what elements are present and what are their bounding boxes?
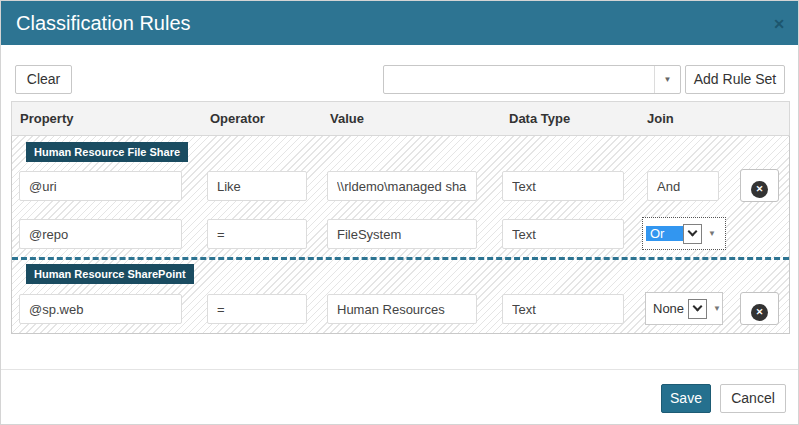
rule-set-separator [12, 257, 789, 260]
data-type-input[interactable] [502, 294, 624, 324]
rule-set-badge: Human Resource File Share [26, 142, 188, 162]
data-type-input[interactable] [502, 171, 624, 201]
column-header-property: Property [20, 102, 73, 135]
value-input[interactable] [327, 219, 477, 249]
ruleset-combobox[interactable]: ▼ [383, 65, 681, 94]
column-header-value: Value [330, 102, 364, 135]
operator-input[interactable] [207, 219, 307, 249]
clear-button[interactable]: Clear [15, 65, 72, 94]
table-header-row: Property Operator Value Data Type Join [11, 101, 790, 136]
select-chevron-icon [688, 227, 698, 237]
chevron-down-icon[interactable]: ▼ [713, 304, 721, 313]
delete-icon: ✕ [751, 304, 768, 321]
rules-table: Property Operator Value Data Type Join H… [11, 101, 790, 334]
footer-divider [1, 369, 799, 370]
value-input[interactable] [327, 294, 477, 324]
dialog-title: Classification Rules [16, 1, 191, 45]
dialog-titlebar: Classification Rules ✕ [1, 1, 799, 45]
join-select-value: None [649, 301, 688, 316]
operator-input[interactable] [207, 294, 307, 324]
join-select[interactable]: None ▼ [645, 292, 723, 325]
column-header-data-type: Data Type [509, 102, 570, 135]
chevron-down-icon[interactable]: ▼ [708, 229, 716, 238]
column-header-operator: Operator [210, 102, 265, 135]
column-header-join: Join [647, 102, 674, 135]
delete-icon: ✕ [751, 181, 768, 198]
delete-rule-button[interactable]: ✕ [740, 292, 779, 325]
select-chevron-icon [693, 302, 703, 312]
value-input[interactable] [327, 171, 477, 201]
rule-set-badge: Human Resource SharePoint [26, 264, 194, 284]
close-icon[interactable]: ✕ [768, 13, 790, 35]
save-button[interactable]: Save [661, 384, 711, 413]
join-select[interactable]: Or ▼ [642, 217, 726, 250]
cancel-button[interactable]: Cancel [720, 384, 786, 413]
property-input[interactable] [19, 171, 182, 201]
property-input[interactable] [19, 294, 182, 324]
join-select-value: Or [646, 226, 683, 241]
select-expand-button[interactable] [688, 299, 707, 319]
chevron-down-icon: ▼ [664, 75, 672, 84]
data-type-input[interactable] [502, 219, 624, 249]
classification-rules-dialog: Classification Rules ✕ Clear ▼ Add Rule … [0, 0, 799, 425]
select-expand-button[interactable] [683, 224, 702, 244]
operator-input[interactable] [207, 171, 307, 201]
property-input[interactable] [19, 219, 182, 249]
ruleset-combobox-arrow[interactable]: ▼ [654, 66, 680, 93]
table-body: Human Resource File Share ✕ Or ▼ [11, 136, 790, 334]
join-input[interactable] [647, 171, 719, 201]
delete-rule-button[interactable]: ✕ [740, 169, 779, 202]
add-rule-set-button[interactable]: Add Rule Set [685, 65, 785, 94]
